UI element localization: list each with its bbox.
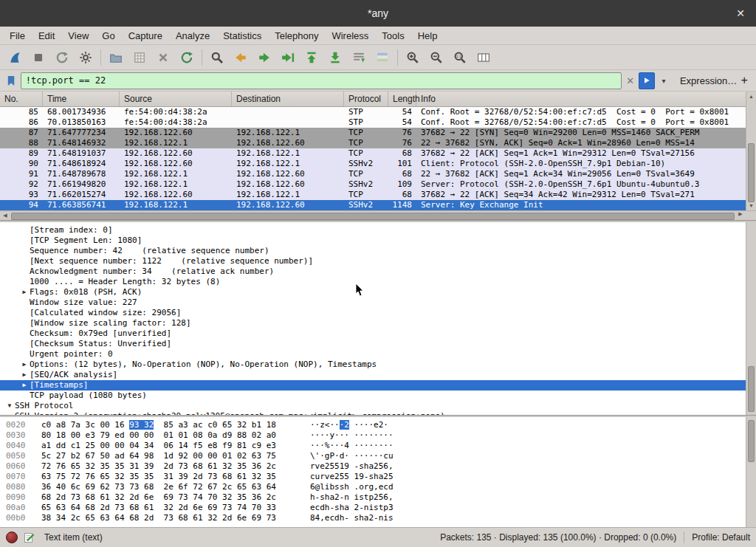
column-header-protocol[interactable]: Protocol (344, 92, 388, 106)
expert-info-icon[interactable] (6, 531, 18, 543)
capture-options-icon[interactable] (74, 47, 97, 68)
packet-row-selected[interactable]: 9471.663856741192.168.122.1192.168.122.6… (0, 200, 756, 210)
detail-line[interactable]: SSH Version 2 (encryption:chacha20-poly1… (0, 411, 756, 415)
menu-file[interactable]: File (3, 28, 32, 44)
hex-row[interactable]: 003080 18 00 e3 79 ed 00 00 01 01 08 0a … (0, 430, 756, 441)
packet-list-vertical-scrollbar[interactable]: ▲ ▼ (746, 92, 756, 210)
restart-capture-icon[interactable] (50, 47, 74, 68)
capture-comment-icon[interactable] (24, 531, 35, 543)
add-filter-button[interactable]: + (737, 74, 752, 87)
detail-line[interactable]: Checksum: 0x79ed [unverified] (0, 328, 756, 339)
hex-row[interactable]: 008036 40 6c 69 62 73 73 68 2e 6f 72 67 … (0, 482, 756, 492)
column-header-no[interactable]: No. (0, 92, 43, 106)
start-capture-icon[interactable] (3, 47, 27, 68)
menu-tools[interactable]: Tools (375, 28, 410, 44)
packet-row[interactable]: 8771.647777234192.168.122.60192.168.122.… (0, 128, 756, 138)
packet-row[interactable]: 8670.013850163fe:54:00:d4:38:2aSTP54Conf… (0, 117, 756, 128)
scrollbar-thumb[interactable] (748, 366, 755, 412)
auto-scroll-icon[interactable] (347, 47, 371, 68)
close-file-icon[interactable] (151, 47, 175, 68)
close-window-icon[interactable]: ✕ (732, 5, 749, 21)
menu-view[interactable]: View (61, 28, 95, 44)
filter-apply-icon[interactable] (639, 72, 655, 89)
status-profile[interactable]: Profile: Default (692, 532, 750, 543)
menu-go[interactable]: Go (95, 28, 121, 44)
hex-row[interactable]: 00505c 27 b2 67 50 ad 64 98 1d 92 00 00 … (0, 451, 756, 461)
menu-capture[interactable]: Capture (122, 28, 169, 44)
packet-row[interactable]: 9371.662015274192.168.122.60192.168.122.… (0, 190, 756, 200)
detail-line[interactable]: Window size value: 227 (0, 297, 756, 308)
packet-row[interactable]: 9171.648789678192.168.122.1192.168.122.6… (0, 169, 756, 179)
column-header-source[interactable]: Source (120, 92, 232, 106)
hex-row[interactable]: 007063 75 72 76 65 32 35 35 31 39 2d 73 … (0, 472, 756, 482)
column-header-destination[interactable]: Destination (232, 92, 344, 106)
expression-button[interactable]: Expression… (680, 75, 737, 86)
column-header-info[interactable]: Info (416, 92, 756, 106)
filter-bookmark-icon[interactable] (4, 72, 19, 89)
detail-line[interactable]: [Window size scaling factor: 128] (0, 318, 756, 328)
scrollbar-thumb[interactable] (748, 420, 755, 462)
display-filter-input[interactable]: !tcp.port == 22 (21, 72, 622, 89)
detail-line[interactable]: 1000 .... = Header Length: 32 bytes (8) (0, 277, 756, 287)
menu-wireless[interactable]: Wireless (325, 28, 375, 44)
column-header-time[interactable]: Time (43, 92, 120, 106)
hex-row[interactable]: 00a065 63 64 68 2d 73 68 61 32 2d 6e 69 … (0, 503, 756, 513)
detail-line[interactable]: [Checksum Status: Unverified] (0, 339, 756, 349)
detail-line[interactable]: [TCP Segment Len: 1080] (0, 235, 756, 246)
menu-analyze[interactable]: Analyze (169, 28, 216, 44)
zoom-original-icon[interactable]: 1:1 (448, 47, 472, 68)
detail-line[interactable]: TCP payload (1080 bytes) (0, 391, 756, 401)
scrollbar-thumb[interactable] (748, 143, 755, 202)
detail-line[interactable]: Urgent pointer: 0 (0, 349, 756, 359)
packet-row[interactable]: 8568.001734936fe:54:00:d4:38:2aSTP54Conf… (0, 107, 756, 117)
hex-row[interactable]: 0020c0 a8 7a 3c 00 16 93 32 85 a3 ac c0 … (0, 420, 756, 430)
detail-line[interactable]: [Calculated window size: 29056] (0, 308, 756, 318)
detail-line-selected[interactable]: ▶[Timestamps] (0, 380, 756, 391)
go-first-icon[interactable] (300, 47, 323, 68)
scroll-down-icon[interactable]: ▼ (746, 201, 756, 210)
resize-columns-icon[interactable] (472, 47, 495, 68)
save-file-icon[interactable] (128, 47, 151, 68)
scroll-left-icon[interactable]: ◀ (0, 211, 10, 220)
colorize-icon[interactable] (371, 47, 394, 68)
go-back-icon[interactable] (229, 47, 252, 68)
detail-line[interactable]: ▶[SEQ/ACK analysis] (0, 370, 756, 380)
zoom-in-icon[interactable] (401, 47, 425, 68)
hex-row[interactable]: 009068 2d 73 68 61 32 2d 6e 69 73 74 70 … (0, 492, 756, 503)
menu-statistics[interactable]: Statistics (216, 28, 268, 44)
detail-line[interactable]: ▶Flags: 0x018 (PSH, ACK) (0, 287, 756, 297)
menu-help[interactable]: Help (411, 28, 444, 44)
details-vertical-scrollbar[interactable] (746, 222, 756, 415)
filter-dropdown-icon[interactable]: ▾ (656, 73, 671, 89)
go-forward-icon[interactable] (252, 47, 276, 68)
hex-vertical-scrollbar[interactable] (746, 417, 756, 527)
open-file-icon[interactable] (104, 47, 128, 68)
hex-row[interactable]: 006072 76 65 32 35 35 31 39 2d 73 68 61 … (0, 461, 756, 472)
scroll-up-icon[interactable]: ▲ (746, 92, 756, 101)
packet-row[interactable]: 9271.661949820192.168.122.1192.168.122.6… (0, 179, 756, 190)
go-to-packet-icon[interactable] (276, 47, 300, 68)
detail-line[interactable]: [Stream index: 0] (0, 225, 756, 235)
packet-row[interactable]: 9071.648618924192.168.122.60192.168.122.… (0, 159, 756, 169)
menu-telephony[interactable]: Telephony (268, 28, 325, 44)
go-last-icon[interactable] (323, 47, 347, 68)
filter-clear-icon[interactable]: ✕ (623, 73, 638, 89)
zoom-out-icon[interactable] (425, 47, 448, 68)
detail-line[interactable]: Sequence number: 42 (relative sequence n… (0, 246, 756, 256)
packet-list-horizontal-scrollbar[interactable]: ◀ ▶ (0, 210, 756, 220)
detail-line[interactable]: [Next sequence number: 1122 (relative se… (0, 256, 756, 266)
reload-icon[interactable] (175, 47, 199, 68)
detail-line[interactable]: Acknowledgment number: 34 (relative ack … (0, 266, 756, 277)
stop-capture-icon[interactable] (27, 47, 50, 68)
detail-line[interactable]: ▶Options: (12 bytes), No-Operation (NOP)… (0, 359, 756, 370)
find-packet-icon[interactable] (205, 47, 229, 68)
detail-line[interactable]: ▼SSH Protocol (0, 401, 756, 411)
hex-row[interactable]: 0040a1 dd c1 25 00 00 04 34 06 14 f5 e8 … (0, 441, 756, 451)
menu-edit[interactable]: Edit (32, 28, 61, 44)
scroll-right-icon[interactable]: ▶ (735, 211, 746, 217)
packet-row[interactable]: 8871.648146932192.168.122.1192.168.122.6… (0, 138, 756, 148)
scrollbar-thumb[interactable] (11, 213, 735, 220)
column-header-length[interactable]: Length (388, 92, 416, 106)
packet-row[interactable]: 8971.648191037192.168.122.60192.168.122.… (0, 148, 756, 159)
hex-row[interactable]: 00b038 34 2c 65 63 64 68 2d 73 68 61 32 … (0, 513, 756, 523)
